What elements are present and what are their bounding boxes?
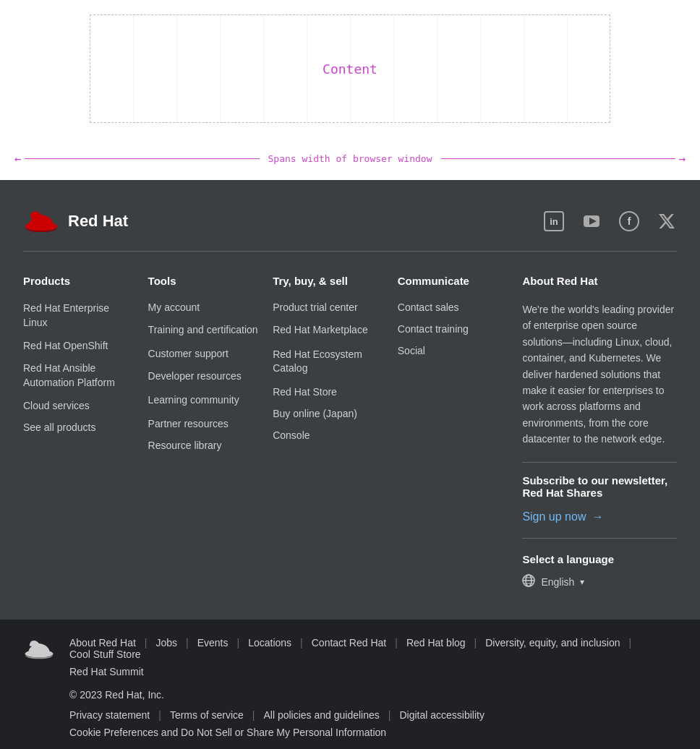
- link-see-all-products[interactable]: See all products: [23, 421, 95, 433]
- footer-col-communicate: Communicate Contact sales Contact traini…: [398, 275, 523, 591]
- language-text: English: [541, 576, 574, 588]
- separator-4: |: [300, 637, 303, 649]
- linkedin-icon[interactable]: in: [544, 211, 564, 231]
- link-ansible[interactable]: Red Hat Ansible Automation Platform: [23, 362, 115, 388]
- legal-sep-1: |: [158, 709, 161, 721]
- footer-summit-row: Red Hat Summit: [69, 666, 677, 677]
- footer-col-tools: Tools My account Training and certificat…: [148, 275, 273, 591]
- link-marketplace[interactable]: Red Hat Marketplace: [273, 324, 368, 335]
- separator-6: |: [474, 637, 477, 649]
- bottom-link-contact[interactable]: Contact Red Hat: [312, 637, 387, 649]
- footer-bottom: About Red Hat | Jobs | Events | Location…: [0, 620, 700, 749]
- spans-label: Spans width of browser window: [262, 153, 438, 164]
- bottom-link-events[interactable]: Events: [197, 637, 229, 649]
- legal-sep-3: |: [388, 709, 391, 721]
- link-my-account[interactable]: My account: [148, 301, 200, 313]
- bottom-link-locations[interactable]: Locations: [248, 637, 291, 649]
- link-social[interactable]: Social: [398, 345, 425, 356]
- footer-bottom-content: About Red Hat | Jobs | Events | Location…: [69, 637, 677, 738]
- separator-3: |: [237, 637, 240, 649]
- language-selector[interactable]: English ▾: [522, 574, 677, 591]
- separator-2: |: [186, 637, 189, 649]
- footer-logo: Red Hat: [23, 209, 128, 234]
- bottom-link-about[interactable]: About Red Hat: [69, 637, 136, 649]
- link-developer-resources[interactable]: Developer resources: [148, 370, 242, 382]
- bottom-link-jobs[interactable]: Jobs: [155, 637, 177, 649]
- link-terms-of-service[interactable]: Terms of service: [170, 709, 244, 721]
- separator-5: |: [395, 637, 398, 649]
- redhat-hat-logo: [23, 209, 59, 234]
- footer-columns: Products Red Hat Enterprise Linux Red Ha…: [23, 275, 677, 591]
- communicate-title: Communicate: [398, 275, 508, 287]
- footer-main: Red Hat in f Products Red Hat Enterprise…: [0, 180, 700, 620]
- language-divider: [522, 538, 677, 539]
- footer-top: Red Hat in f: [23, 209, 677, 252]
- link-contact-sales[interactable]: Contact sales: [398, 301, 459, 313]
- link-openshift[interactable]: Red Hat OpenShift: [23, 340, 108, 351]
- link-rhel[interactable]: Red Hat Enterprise Linux: [23, 302, 109, 328]
- globe-icon: [522, 574, 535, 591]
- legal-sep-2: |: [252, 709, 255, 721]
- link-product-trial-center[interactable]: Product trial center: [273, 301, 358, 313]
- link-learning-community[interactable]: Learning community: [148, 394, 239, 406]
- footer-bottom-logo-row: About Red Hat | Jobs | Events | Location…: [23, 637, 677, 738]
- twitter-icon[interactable]: [657, 211, 677, 231]
- brand-name: Red Hat: [68, 212, 128, 231]
- bottom-link-blog[interactable]: Red Hat blog: [406, 637, 466, 649]
- link-cloud-services[interactable]: Cloud services: [23, 400, 90, 411]
- svg-point-1: [25, 222, 57, 231]
- bottom-link-summit[interactable]: Red Hat Summit: [69, 666, 144, 677]
- about-description: We're the world's leading provider of en…: [522, 301, 677, 448]
- footer-col-try-buy-sell: Try, buy, & sell Product trial center Re…: [273, 275, 398, 591]
- chevron-down-icon: ▾: [580, 577, 584, 587]
- link-ecosystem-catalog[interactable]: Red Hat Ecosystem Catalog: [273, 348, 362, 374]
- link-contact-training[interactable]: Contact training: [398, 323, 469, 335]
- separator-7: |: [628, 637, 631, 649]
- try-buy-sell-title: Try, buy, & sell: [273, 275, 383, 287]
- newsletter-divider: [522, 462, 677, 463]
- copyright-text: © 2023 Red Hat, Inc.: [69, 689, 677, 701]
- bottom-link-dei[interactable]: Diversity, equity, and inclusion: [485, 637, 620, 649]
- about-title: About Red Hat: [522, 275, 677, 287]
- link-training[interactable]: Training and certification: [148, 324, 258, 335]
- bottom-redhat-hat-logo: [23, 638, 55, 660]
- arrow-right-icon: →: [592, 510, 603, 523]
- link-customer-support[interactable]: Customer support: [148, 348, 229, 359]
- footer-bottom-links: About Red Hat | Jobs | Events | Location…: [69, 637, 677, 660]
- link-all-policies[interactable]: All policies and guidelines: [263, 709, 379, 721]
- bottom-link-cool-stuff[interactable]: Cool Stuff Store: [69, 649, 141, 660]
- social-icons: in f: [544, 211, 677, 231]
- separator-1: |: [145, 637, 148, 649]
- legal-links: Privacy statement | Terms of service | A…: [69, 709, 677, 721]
- cookie-link-row: Cookie Preferences and Do Not Sell or Sh…: [69, 727, 677, 738]
- signup-now-link[interactable]: Sign up now →: [522, 510, 603, 523]
- youtube-icon[interactable]: [581, 211, 602, 231]
- tools-title: Tools: [148, 275, 259, 287]
- link-partner-resources[interactable]: Partner resources: [148, 418, 229, 429]
- products-title: Products: [23, 275, 134, 287]
- content-placeholder: Content: [323, 61, 377, 77]
- link-privacy-statement[interactable]: Privacy statement: [69, 709, 150, 721]
- footer-col-products: Products Red Hat Enterprise Linux Red Ha…: [23, 275, 148, 591]
- newsletter-title: Subscribe to our newsletter, Red Hat Sha…: [522, 474, 677, 499]
- link-buy-online-japan[interactable]: Buy online (Japan): [273, 408, 357, 419]
- link-redhat-store[interactable]: Red Hat Store: [273, 386, 337, 398]
- link-console[interactable]: Console: [273, 429, 310, 441]
- facebook-icon[interactable]: f: [619, 211, 639, 231]
- link-cookie-preferences[interactable]: Cookie Preferences and Do Not Sell or Sh…: [69, 727, 386, 738]
- footer-col-about: About Red Hat We're the world's leading …: [522, 275, 677, 591]
- link-digital-accessibility[interactable]: Digital accessibility: [399, 709, 484, 721]
- language-label: Select a language: [522, 553, 677, 565]
- content-area: Content ← Spans width of browser window …: [0, 0, 700, 180]
- link-resource-library[interactable]: Resource library: [148, 440, 222, 451]
